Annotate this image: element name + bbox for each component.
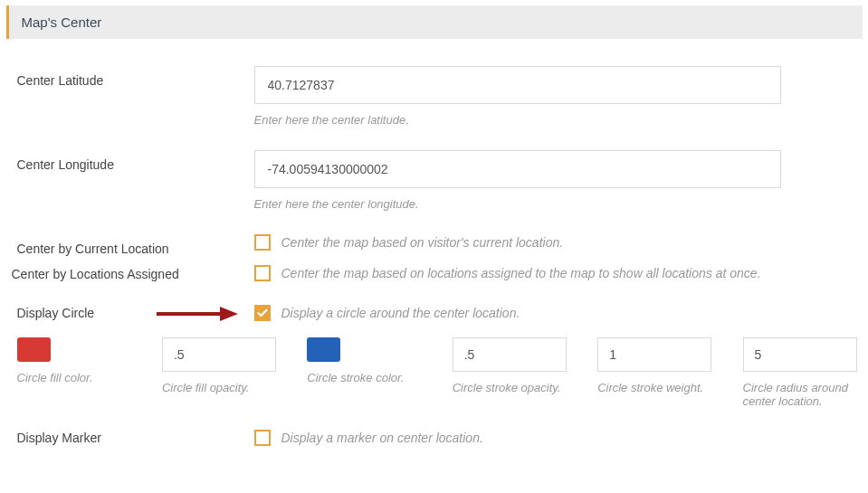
row-center-assigned: Center by Locations Assigned Center the …: [12, 265, 857, 281]
item-stroke-weight: Circle stroke weight.: [597, 337, 717, 394]
field-display-circle: Display a circle around the center locat…: [254, 305, 857, 321]
help-stroke-color: Circle stroke color.: [307, 371, 426, 384]
center-assigned-checkbox[interactable]: [254, 265, 271, 281]
item-stroke-opacity: Circle stroke opacity.: [453, 337, 572, 394]
desc-display-marker: Display a marker on center location.: [281, 431, 483, 445]
row-center-current: Center by Current Location Center the ma…: [12, 234, 857, 256]
row-display-marker: Display Marker Display a marker on cente…: [12, 430, 857, 446]
label-center-assigned: Center by Locations Assigned: [12, 265, 254, 281]
help-center-latitude: Enter here the center latitude.: [254, 113, 857, 127]
circle-fill-color-swatch[interactable]: [17, 337, 51, 362]
help-fill-color: Circle fill color.: [17, 371, 137, 384]
label-center-latitude: Center Latitude: [12, 66, 254, 88]
svg-marker-1: [220, 307, 238, 321]
circle-options-row: Circle fill color. Circle fill opacity. …: [12, 337, 857, 408]
center-current-checkbox[interactable]: [254, 234, 271, 251]
field-center-longitude: Enter here the center longitude.: [254, 150, 857, 211]
circle-radius-input[interactable]: [743, 337, 857, 372]
panel-title: Map's Center: [6, 5, 863, 39]
field-center-current: Center the map based on visitor's curren…: [254, 234, 857, 251]
row-center-longitude: Center Longitude Enter here the center l…: [12, 150, 857, 211]
form-body: Center Latitude Enter here the center la…: [6, 39, 863, 464]
circle-stroke-opacity-input[interactable]: [453, 337, 567, 372]
field-display-marker: Display a marker on center location.: [254, 430, 857, 446]
item-fill-opacity: Circle fill opacity.: [162, 337, 281, 394]
help-stroke-opacity: Circle stroke opacity.: [453, 381, 572, 394]
circle-fill-opacity-input[interactable]: [162, 337, 276, 372]
check-icon: [257, 308, 268, 318]
row-display-circle: Display Circle Display a circle around t…: [12, 305, 857, 321]
circle-stroke-weight-input[interactable]: [597, 337, 711, 372]
label-display-circle: Display Circle: [12, 305, 254, 320]
desc-center-current: Center the map based on visitor's curren…: [281, 235, 564, 250]
field-center-latitude: Enter here the center latitude.: [254, 66, 857, 127]
label-center-longitude: Center Longitude: [12, 150, 254, 172]
help-fill-opacity: Circle fill opacity.: [162, 381, 281, 394]
item-stroke-color: Circle stroke color.: [307, 337, 426, 384]
map-center-panel: Map's Center Center Latitude Enter here …: [6, 5, 863, 464]
display-marker-checkbox[interactable]: [254, 430, 271, 446]
item-radius: Circle radius around center location.: [743, 337, 857, 408]
label-display-circle-text: Display Circle: [17, 306, 95, 320]
label-center-current: Center by Current Location: [12, 234, 254, 256]
field-center-assigned: Center the map based on locations assign…: [254, 265, 857, 281]
item-fill-color: Circle fill color.: [17, 337, 137, 384]
center-longitude-input[interactable]: [254, 150, 781, 188]
display-circle-checkbox[interactable]: [254, 305, 271, 321]
arrow-icon: [155, 305, 238, 326]
help-stroke-weight: Circle stroke weight.: [597, 381, 717, 394]
row-center-latitude: Center Latitude Enter here the center la…: [12, 66, 857, 127]
help-radius: Circle radius around center location.: [743, 381, 857, 408]
center-latitude-input[interactable]: [254, 66, 781, 104]
label-display-marker: Display Marker: [12, 430, 254, 445]
desc-center-assigned: Center the map based on locations assign…: [281, 266, 761, 280]
circle-stroke-color-swatch[interactable]: [307, 337, 340, 362]
desc-display-circle: Display a circle around the center locat…: [281, 306, 520, 320]
help-center-longitude: Enter here the center longitude.: [254, 197, 857, 211]
